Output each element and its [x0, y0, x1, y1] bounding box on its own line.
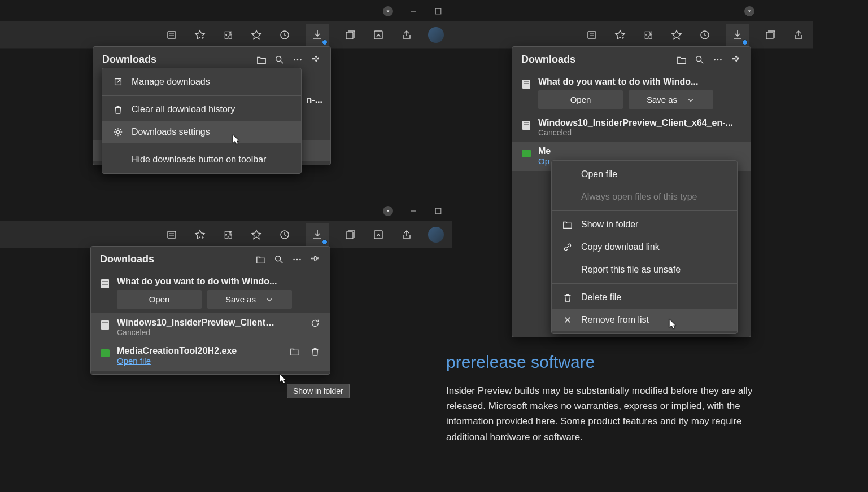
open-button[interactable]: Open	[538, 90, 623, 109]
download-item-completed[interactable]: MediaCreationTool20H2.exe Open file	[91, 341, 330, 371]
downloads-title: Downloads	[521, 54, 669, 65]
item-title: What do you want to do with Windo...	[117, 276, 321, 287]
search-icon[interactable]	[273, 254, 285, 265]
link-icon	[562, 241, 573, 253]
screenshot-icon[interactable]	[372, 228, 385, 241]
extensions-icon[interactable]	[221, 28, 235, 42]
add-favorite-icon[interactable]	[193, 228, 207, 241]
more-options-icon[interactable]	[292, 54, 303, 65]
pin-icon[interactable]	[310, 54, 321, 65]
idm-button[interactable]	[744, 6, 754, 16]
search-icon[interactable]	[694, 54, 705, 65]
save-as-button[interactable]: Save as	[207, 290, 292, 309]
gear-icon	[112, 126, 124, 138]
page-heading: prerelease software	[446, 353, 774, 372]
ctx-report-unsafe[interactable]: Report this file as unsafe	[552, 258, 737, 281]
more-options-icon[interactable]	[712, 54, 723, 65]
close-icon	[562, 314, 573, 326]
file-icon	[100, 279, 110, 289]
clear-history-item[interactable]: Clear all download history	[102, 98, 301, 121]
reading-view-icon[interactable]	[585, 28, 599, 42]
item-status: Canceled	[538, 128, 741, 137]
external-icon	[112, 76, 124, 87]
downloads-title: Downloads	[100, 253, 248, 265]
item-title: What do you want to do with Windo...	[538, 77, 741, 87]
share-icon[interactable]	[400, 28, 413, 42]
folder-icon	[562, 219, 573, 230]
downloads-icon[interactable]	[726, 24, 749, 46]
exe-icon	[100, 348, 110, 358]
trash-icon	[562, 292, 573, 303]
collections-icon[interactable]	[343, 28, 357, 42]
ctx-open-file[interactable]: Open file	[552, 163, 737, 186]
item-title-partial: n-...	[307, 95, 322, 105]
idm-button[interactable]	[383, 6, 393, 16]
ctx-remove-from-list[interactable]: Remove from list	[552, 309, 737, 331]
ctx-delete-file[interactable]: Delete file	[552, 286, 737, 309]
search-icon[interactable]	[274, 54, 285, 65]
open-folder-icon[interactable]	[255, 254, 267, 265]
more-options-icon[interactable]	[291, 254, 303, 265]
tooltip: Show in folder	[287, 384, 350, 398]
open-file-link[interactable]: Open file	[117, 356, 151, 366]
save-as-button[interactable]: Save as	[629, 90, 713, 109]
collections-icon[interactable]	[764, 28, 777, 42]
open-file-link[interactable]: Op	[538, 156, 549, 166]
minimize-button[interactable]	[409, 7, 418, 16]
trash-icon	[112, 104, 124, 115]
maximize-button[interactable]	[434, 7, 443, 16]
add-favorite-icon[interactable]	[193, 28, 207, 42]
item-title: Windows10_InsiderPreview_Client_x64	[117, 318, 275, 328]
download-item-canceled[interactable]: Windows10_InsiderPreview_Client_x64 Canc…	[91, 313, 330, 341]
manage-downloads-item[interactable]: Manage downloads	[102, 71, 301, 93]
item-title: Me	[538, 146, 561, 156]
page-body-text: Insider Preview builds may be substantia…	[446, 383, 774, 445]
file-icon	[521, 120, 531, 130]
item-title: MediaCreationTool20H2.exe	[117, 346, 252, 356]
profile-avatar[interactable]	[428, 227, 444, 243]
history-icon[interactable]	[698, 28, 712, 42]
reading-view-icon[interactable]	[165, 28, 178, 42]
history-icon[interactable]	[278, 28, 291, 42]
extensions-icon[interactable]	[221, 228, 235, 241]
exe-icon	[521, 148, 531, 159]
favorites-icon[interactable]	[670, 28, 683, 42]
screenshot-icon[interactable]	[372, 28, 385, 42]
open-button[interactable]: Open	[117, 290, 202, 309]
ctx-show-in-folder[interactable]: Show in folder	[552, 213, 737, 236]
hide-button-item[interactable]: Hide downloads button on toolbar	[102, 148, 301, 171]
profile-avatar[interactable]	[428, 27, 444, 43]
download-item-canceled[interactable]: Windows10_InsiderPreview_Client_x64_en-.…	[512, 113, 751, 142]
maximize-button[interactable]	[434, 207, 443, 216]
share-icon[interactable]	[400, 228, 413, 241]
collections-icon[interactable]	[343, 228, 357, 241]
extensions-icon[interactable]	[642, 28, 655, 42]
file-icon	[100, 320, 110, 330]
retry-icon[interactable]	[309, 318, 321, 329]
minimize-button[interactable]	[409, 207, 418, 216]
history-icon[interactable]	[278, 228, 291, 241]
pin-icon[interactable]	[309, 254, 321, 265]
item-title: Windows10_InsiderPreview_Client_x64_en-.…	[538, 118, 741, 128]
item-status: Canceled	[117, 328, 275, 337]
downloads-icon[interactable]	[306, 223, 329, 246]
reading-view-icon[interactable]	[165, 228, 178, 241]
show-in-folder-icon[interactable]	[289, 346, 300, 357]
favorites-icon[interactable]	[250, 28, 263, 42]
ctx-always-open: Always open files of this type	[552, 186, 737, 208]
open-folder-icon[interactable]	[676, 54, 687, 65]
idm-button[interactable]	[383, 206, 393, 216]
download-item-prompt: What do you want to do with Windo... Ope…	[512, 72, 751, 113]
add-favorite-icon[interactable]	[613, 28, 627, 42]
delete-icon[interactable]	[309, 346, 321, 357]
downloads-icon[interactable]	[306, 24, 329, 46]
share-icon[interactable]	[792, 28, 805, 42]
open-folder-icon[interactable]	[256, 54, 267, 65]
ctx-copy-link[interactable]: Copy download link	[552, 236, 737, 258]
file-icon	[521, 79, 531, 89]
favorites-icon[interactable]	[250, 228, 263, 241]
download-item-prompt: What do you want to do with Windo... Ope…	[91, 272, 330, 313]
pin-icon[interactable]	[730, 54, 741, 65]
downloads-title: Downloads	[102, 54, 249, 65]
downloads-settings-item[interactable]: Downloads settings	[102, 121, 301, 143]
